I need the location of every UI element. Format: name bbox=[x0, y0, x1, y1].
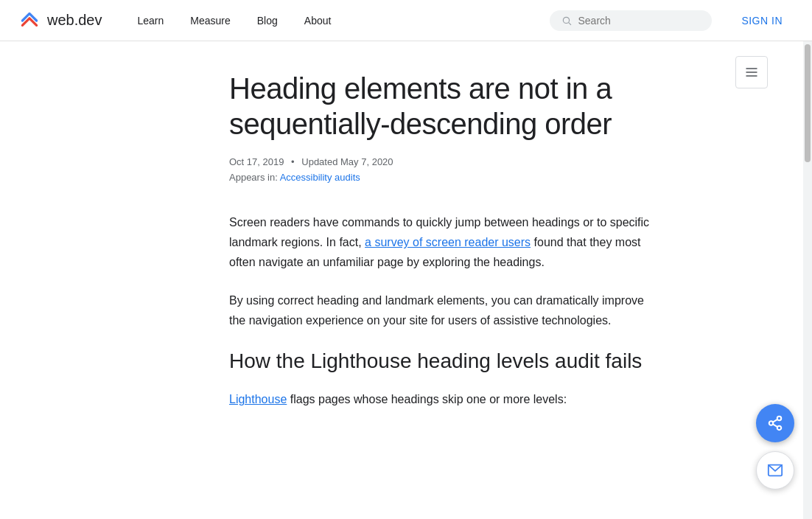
toc-icon bbox=[744, 65, 759, 80]
meta-separator: • bbox=[291, 156, 295, 167]
body-paragraph-3: Lighthouse flags pages whose headings sk… bbox=[229, 389, 662, 409]
sign-in-button[interactable]: SIGN IN bbox=[729, 9, 794, 32]
brand-name: web.dev bbox=[47, 12, 102, 29]
article-body: Screen readers have commands to quickly … bbox=[229, 212, 662, 410]
nav-learn[interactable]: Learn bbox=[126, 9, 176, 32]
svg-point-0 bbox=[564, 17, 570, 23]
nav-about[interactable]: About bbox=[293, 9, 343, 32]
logo-link[interactable]: web.dev bbox=[18, 9, 102, 32]
appears-in: Appears in: Accessibility audits bbox=[229, 172, 662, 183]
search-input[interactable] bbox=[578, 15, 701, 27]
logo-icon bbox=[18, 9, 41, 32]
search-icon bbox=[561, 15, 572, 27]
navbar: web.dev Learn Measure Blog About SIGN IN bbox=[0, 0, 812, 41]
svg-line-1 bbox=[569, 22, 571, 24]
article-title: Heading elements are not in a sequential… bbox=[229, 71, 662, 142]
survey-link[interactable]: a survey of screen reader users bbox=[365, 236, 531, 248]
body-paragraph-1: Screen readers have commands to quickly … bbox=[229, 212, 662, 273]
search-bar[interactable] bbox=[550, 10, 712, 31]
main-content: Heading elements are not in a sequential… bbox=[126, 41, 686, 519]
share-icon bbox=[767, 415, 783, 431]
svg-line-8 bbox=[773, 424, 777, 427]
article-meta: Oct 17, 2019 • Updated May 7, 2020 bbox=[229, 156, 662, 167]
nav-links: Learn Measure Blog About bbox=[126, 9, 550, 32]
scrollbar-thumb[interactable] bbox=[805, 44, 811, 162]
toc-button[interactable] bbox=[735, 56, 768, 88]
section-heading: How the Lighthouse heading levels audit … bbox=[229, 348, 662, 375]
mail-icon bbox=[767, 462, 783, 478]
body-paragraph-2: By using correct heading and landmark el… bbox=[229, 290, 662, 330]
appears-in-link[interactable]: Accessibility audits bbox=[280, 172, 360, 183]
appears-in-label: Appears in: bbox=[229, 172, 278, 183]
svg-line-9 bbox=[773, 419, 777, 422]
page-wrapper: Heading elements are not in a sequential… bbox=[0, 41, 812, 519]
article-date: Oct 17, 2019 bbox=[229, 156, 284, 167]
scrollbar-track[interactable] bbox=[803, 41, 812, 519]
article-updated: Updated May 7, 2020 bbox=[301, 156, 393, 167]
subscribe-button[interactable] bbox=[756, 451, 794, 490]
share-button[interactable] bbox=[756, 404, 794, 442]
nav-blog[interactable]: Blog bbox=[245, 9, 290, 32]
fab-container bbox=[756, 404, 794, 490]
nav-measure[interactable]: Measure bbox=[178, 9, 242, 32]
lighthouse-link[interactable]: Lighthouse bbox=[229, 393, 287, 405]
